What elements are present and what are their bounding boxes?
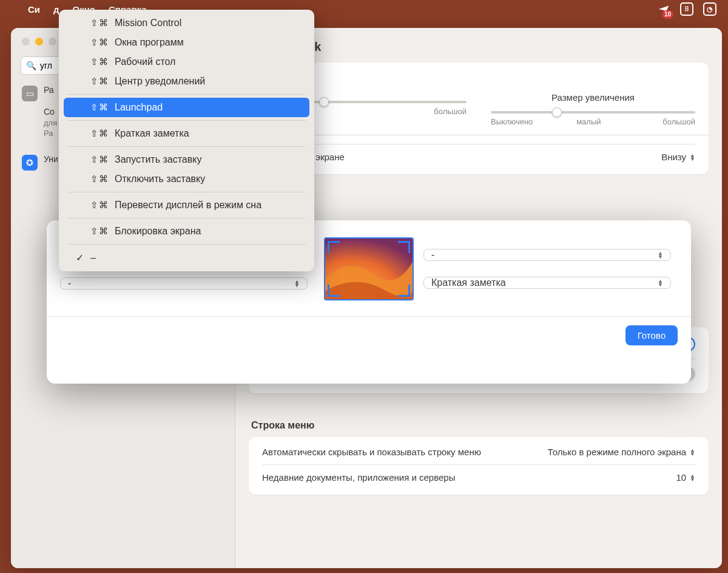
done-button[interactable]: Готово	[625, 325, 678, 345]
menubar-app-name[interactable]: Си	[28, 4, 40, 15]
tray-icon-1[interactable]: ⠿	[679, 2, 694, 16]
dropdown-item-label: Краткая заметка	[115, 128, 189, 139]
dropdown-item[interactable]: ⇧⌘Перевести дисплей в режим сна	[64, 195, 309, 215]
slider-max-label: большой	[662, 117, 695, 126]
slider-off-label: Выключено	[491, 117, 533, 126]
chevron-updown-icon: ▲▼	[658, 251, 663, 259]
dropdown-item-none[interactable]: ✓–	[64, 248, 309, 268]
dropdown-item-label: Рабочий стол	[115, 56, 175, 67]
corner-select-top-right[interactable]: - ▲▼	[423, 249, 671, 261]
dropdown-item-label: Запустить заставку	[115, 154, 201, 165]
tray-icon-2[interactable]: ◔	[703, 2, 717, 16]
dropdown-item-label: Mission Control	[115, 18, 181, 29]
dropdown-item-label: –	[90, 253, 96, 263]
select-value: Краткая заметка	[431, 277, 506, 288]
menubar-item[interactable]: д	[53, 4, 59, 15]
dropdown-item[interactable]: ⇧⌘Рабочий стол	[64, 52, 309, 72]
dock-zoom-slider[interactable]	[491, 111, 695, 114]
select-value: -	[68, 278, 71, 289]
dropdown-item[interactable]: ⇧⌘Краткая заметка	[64, 124, 309, 143]
sidebar-item-label: Ра	[44, 84, 54, 96]
menubar-section-head: Строка меню	[235, 407, 722, 437]
close-button[interactable]	[22, 38, 30, 46]
dropdown-item-selected[interactable]: ⇧⌘Launchpad	[64, 98, 309, 117]
accessibility-icon: ✪	[22, 155, 38, 171]
dropdown-item-label: Блокировка экрана	[115, 226, 201, 237]
chevron-updown-icon: ▲▼	[294, 280, 300, 287]
dropdown-item[interactable]: ⇧⌘Блокировка экрана	[64, 222, 309, 241]
tray-badge: 10	[662, 10, 673, 19]
dropdown-item-label: Launchpad	[115, 102, 163, 113]
check-icon: ✓	[75, 252, 84, 263]
screen-preview	[324, 237, 414, 300]
sidebar-item-subtext: для	[44, 118, 57, 129]
chevron-updown-icon: ▲▼	[658, 279, 663, 286]
slider-small-label: малый	[576, 117, 601, 126]
select-value: -	[431, 249, 434, 260]
dropdown-item[interactable]: ⇧⌘Mission Control	[64, 13, 309, 33]
chevron-updown-icon: ▲▼	[690, 449, 695, 456]
chevron-updown-icon: ▲▼	[690, 154, 695, 161]
sidebar-item-label: Со	[44, 106, 57, 118]
dropdown-item[interactable]: ⇧⌘Центр уведомлений	[64, 72, 309, 91]
setting-label: Автоматически скрывать и показывать стро…	[262, 447, 481, 457]
dock-heading: ck	[262, 73, 695, 84]
zoom-size-label: Размер увеличения	[491, 92, 695, 103]
dock-position-row: ние Dock на экране Внизу ▲▼	[262, 144, 695, 169]
dropdown-item-label: Центр уведомлений	[115, 76, 205, 87]
corner-select-bottom-left[interactable]: - ▲▼	[60, 277, 308, 290]
popup-value: Внизу	[661, 152, 686, 162]
dropdown-item[interactable]: ⇧⌘Окна программ	[64, 33, 309, 52]
zoom-button[interactable]	[49, 38, 56, 46]
corner-select-bottom-right[interactable]: Краткая заметка ▲▼	[423, 277, 671, 289]
dropdown-item[interactable]: ⇧⌘Запустить заставку	[64, 150, 309, 169]
dock-position-popup[interactable]: Внизу ▲▼	[661, 152, 695, 162]
hot-corner-dropdown: ⇧⌘Mission Control ⇧⌘Окна программ ⇧⌘Рабо…	[59, 10, 314, 271]
chevron-updown-icon: ▲▼	[690, 474, 695, 481]
dropdown-item-label: Окна программ	[115, 37, 184, 48]
setting-label: Недавние документы, приложения и серверы	[262, 472, 455, 483]
recent-count-popup[interactable]: 10 ▲▼	[676, 472, 695, 483]
menubar-tray: 10 ⠿ ◔	[656, 2, 717, 16]
minimize-button[interactable]	[35, 38, 43, 46]
search-icon: 🔍	[26, 61, 36, 70]
popup-value: 10	[676, 472, 686, 483]
popup-value: Только в режиме полного экрана	[548, 447, 686, 457]
dropdown-item-label: Отключить заставку	[115, 174, 205, 185]
desktop-icon: ▭	[22, 86, 38, 101]
autohide-popup[interactable]: Только в режиме полного экрана ▲▼	[548, 447, 695, 457]
dropdown-item[interactable]: ⇧⌘Отключить заставку	[64, 169, 309, 189]
tray-notify-icon[interactable]: 10	[656, 2, 671, 16]
menubar-panel: Автоматически скрывать и показывать стро…	[249, 437, 709, 495]
sidebar-item-subtext: Ра	[44, 128, 57, 139]
slider-max-label: большой	[434, 107, 467, 116]
dropdown-item-label: Перевести дисплей в режим сна	[115, 200, 261, 211]
dock-panel: ck большой Размер увеличения Выключено м…	[249, 63, 709, 174]
sidebar-item-label: Уни	[44, 154, 58, 165]
